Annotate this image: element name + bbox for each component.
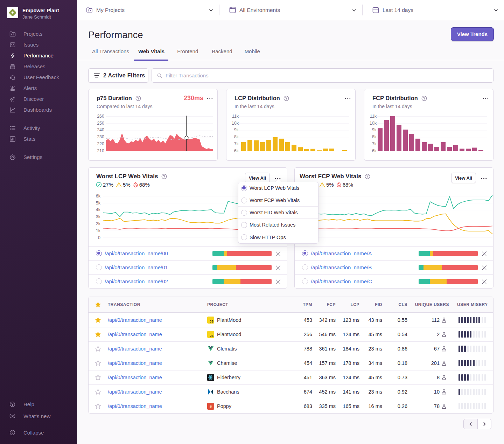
svg-text:JS: JS <box>210 320 214 323</box>
svg-text:JS: JS <box>210 334 214 338</box>
svg-text:e: e <box>210 404 212 409</box>
